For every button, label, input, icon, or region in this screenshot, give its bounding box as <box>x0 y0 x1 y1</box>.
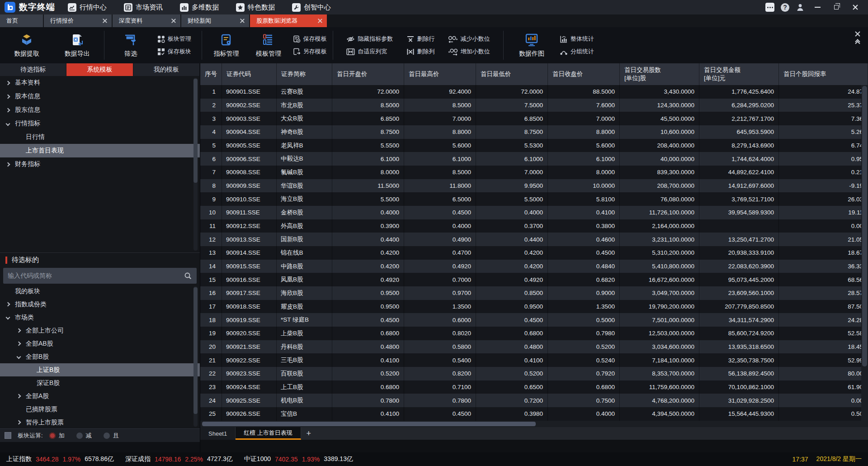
table-vertical-scrollbar-thumb[interactable] <box>862 86 867 366</box>
page-tab-4[interactable]: 财经新闻 <box>181 14 249 27</box>
targets-tree-item-7[interactable]: 上证B股 <box>0 363 200 376</box>
column-header-7[interactable]: 首日收盘价 <box>548 63 620 85</box>
targets-tree-item-11[interactable]: 暂停上市股票 <box>0 416 200 428</box>
chevron-right-icon[interactable] <box>6 108 10 112</box>
targets-tree-item-4[interactable]: 全部上市公司 <box>0 324 200 337</box>
overall-stats-button[interactable]: 整体统计 <box>560 35 594 43</box>
column-header-8[interactable]: 首日交易股数 [单位]股 <box>620 63 699 85</box>
block-ops-checkbox[interactable] <box>5 432 11 439</box>
minimize-button[interactable] <box>811 2 824 13</box>
sheet-add-button[interactable]: + <box>301 427 316 440</box>
decimal-plus-button[interactable]: 增加小数位 <box>448 48 490 56</box>
table-row[interactable]: 9900910.SSE海立B股5.50006.50005.50005.81007… <box>200 192 868 206</box>
chevron-right-icon[interactable] <box>6 162 10 166</box>
left-panel-tab-2[interactable]: 系统模板 <box>66 63 133 76</box>
sheet-tab-2[interactable]: 红檀 上市首日表现 <box>236 427 301 440</box>
table-row[interactable]: 1900901.SSE云赛B股72.000092.400072.000088.5… <box>200 85 868 99</box>
close-button[interactable] <box>849 2 862 13</box>
indicator-tree-item-5[interactable]: 日行情 <box>0 130 200 144</box>
table-row[interactable]: 17900918.SSE耀皮B股0.95001.35000.95001.3500… <box>200 300 868 314</box>
delete-row-button[interactable]: 删除行 <box>406 35 435 43</box>
table-row[interactable]: 18900919.SSE*ST 绿庭B0.45000.60000.45000.5… <box>200 313 868 327</box>
table-row[interactable]: 24900925.SSE机电B股0.78000.78000.72000.7500… <box>200 394 868 407</box>
left-panel-tab-3[interactable]: 我的模板 <box>133 63 200 76</box>
indicator-tree-item-3[interactable]: 股东信息 <box>0 103 200 117</box>
indicator-tree-item-4[interactable]: 行情指标 <box>0 117 200 130</box>
indicator-tree-item-1[interactable]: 基本资料 <box>0 76 200 90</box>
chevron-right-icon[interactable] <box>17 394 21 399</box>
menu-item-1[interactable]: 行情中心 <box>61 0 113 14</box>
chevron-down-icon[interactable] <box>17 355 21 359</box>
table-row[interactable]: 13900914.SSE锦在线B0.42000.47000.42000.4500… <box>200 246 868 260</box>
block-op-radio-2[interactable]: 减 <box>76 432 92 440</box>
table-row[interactable]: 3900903.SSE大众B股6.85007.00006.85007.00004… <box>200 112 868 125</box>
template-save-as-button[interactable]: 另存模板 <box>293 48 327 56</box>
toolbar-close-icon[interactable] <box>854 31 861 37</box>
block-save-button[interactable]: 保存板块 <box>157 48 191 56</box>
group-stats-button[interactable]: 分组统计 <box>560 48 594 56</box>
chevron-right-icon[interactable] <box>6 302 10 307</box>
hide-params-button[interactable]: 隐藏指标参数 <box>346 35 393 43</box>
block-op-radio-3[interactable]: 且 <box>104 432 119 440</box>
decimal-minus-button[interactable]: 减少小数位 <box>448 35 490 43</box>
table-row[interactable]: 15900916.SSE凤凰B股0.49200.70000.49200.6820… <box>200 273 868 286</box>
chevron-right-icon[interactable] <box>17 328 21 333</box>
targets-tree-item-3[interactable]: 市场类 <box>0 311 200 324</box>
indicator-tree-item-6[interactable]: 上市首日表现 <box>0 144 200 157</box>
column-header-1[interactable]: 序号 <box>200 63 222 85</box>
menu-item-2[interactable]: 市场资讯 <box>118 0 169 14</box>
menu-item-3[interactable]: 多维数据 <box>174 0 225 14</box>
page-tab-1[interactable]: 首页 <box>0 14 43 27</box>
table-row[interactable]: 4900904.SSE神奇B股8.75008.80008.75008.80001… <box>200 125 868 139</box>
targets-tree-scrollbar-thumb[interactable] <box>193 287 198 414</box>
block-op-radio-1[interactable]: 加 <box>49 432 65 440</box>
data-extract-button[interactable]: 数据提取 <box>3 33 50 58</box>
search-icon[interactable] <box>184 272 192 280</box>
chevron-right-icon[interactable] <box>6 81 10 85</box>
tab-close-icon[interactable] <box>103 19 107 23</box>
table-row[interactable]: 25900926.SSE宝信B0.41000.45000.39800.40004… <box>200 407 868 421</box>
delete-col-button[interactable]: 删除列 <box>406 48 435 56</box>
table-row[interactable]: 10900911.SSE金桥B股0.40000.45000.40000.4100… <box>200 206 868 219</box>
chevron-right-icon[interactable] <box>17 420 21 425</box>
indicator-tree-scrollbar[interactable] <box>193 78 198 251</box>
table-horizontal-scrollbar[interactable] <box>200 421 868 427</box>
table-row[interactable]: 19900920.SSE上柴B股0.68000.80200.68000.7980… <box>200 327 868 340</box>
column-header-3[interactable]: 证券简称 <box>277 63 332 85</box>
table-row[interactable]: 23900924.SSE上工B股0.68000.71000.65000.6800… <box>200 380 868 394</box>
column-header-9[interactable]: 首日交易金额 [单位]元 <box>699 63 779 85</box>
page-tab-3[interactable]: 深度资料 <box>113 14 180 27</box>
filter-button[interactable]: 筛选 <box>115 33 146 58</box>
table-row[interactable]: 21900922.SSE三毛B股0.41000.54000.41000.5240… <box>200 353 868 367</box>
targets-tree-item-6[interactable]: 全部B股 <box>0 350 200 363</box>
table-row[interactable]: 22900923.SSE百联B股0.52000.82000.52000.7920… <box>200 367 868 380</box>
menu-item-5[interactable]: 创智中心 <box>286 0 337 14</box>
make-chart-button[interactable]: 数据作图 <box>513 33 551 58</box>
target-search-input[interactable]: 输入代码或简称 <box>3 268 197 284</box>
targets-tree-item-10[interactable]: 已摘牌股票 <box>0 403 200 416</box>
table-row[interactable]: 16900917.SSE海欣B股0.95000.97000.85000.9000… <box>200 286 868 300</box>
page-tab-5[interactable]: 股票数据浏览器 <box>250 14 327 27</box>
table-horizontal-scrollbar-thumb[interactable] <box>202 422 536 426</box>
column-header-10[interactable]: 首日个股回报率 <box>779 63 868 85</box>
targets-tree-item-8[interactable]: 深证B股 <box>0 376 200 390</box>
user-icon[interactable] <box>796 3 805 12</box>
chevron-down-icon[interactable] <box>6 315 10 320</box>
table-row[interactable]: 8900909.SSE华谊B股11.500011.80009.950010.00… <box>200 179 868 193</box>
template-save-button[interactable]: 保存模板 <box>293 35 327 43</box>
indicator-tree-scrollbar-thumb[interactable] <box>193 79 198 183</box>
chevron-right-icon[interactable] <box>17 342 21 346</box>
sheet-tab-1[interactable]: Sheet1 <box>200 427 236 440</box>
block-manage-button[interactable]: 板块管理 <box>157 35 191 43</box>
table-row[interactable]: 7900908.SSE氯碱B股8.00008.50007.00008.00008… <box>200 166 868 179</box>
feedback-icon[interactable] <box>765 3 774 12</box>
table-row[interactable]: 12900913.SSE国新B股0.44000.49000.44000.4600… <box>200 233 868 246</box>
table-row[interactable]: 20900921.SSE丹科B股0.48000.58000.48000.5200… <box>200 340 868 354</box>
data-export-button[interactable]: 数据导出 <box>54 33 101 58</box>
menu-item-4[interactable]: 特色数据 <box>230 0 281 14</box>
left-panel-tab-1[interactable]: 待选指标 <box>0 63 66 76</box>
targets-tree-scrollbar[interactable] <box>193 286 198 427</box>
column-header-5[interactable]: 首日最高价 <box>404 63 476 85</box>
autofit-col-button[interactable]: 自适应列宽 <box>346 48 393 56</box>
table-row[interactable]: 14900915.SSE中路B股0.42000.49200.42000.4840… <box>200 260 868 273</box>
